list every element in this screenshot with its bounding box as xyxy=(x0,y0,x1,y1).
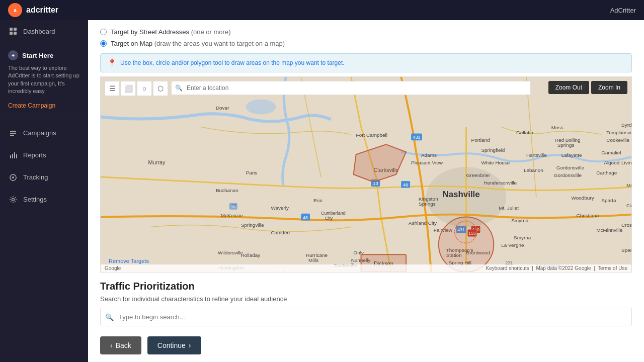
svg-rect-2 xyxy=(10,28,13,31)
svg-rect-3 xyxy=(14,28,17,31)
target-street-label: Target by Street Addresses (one or more) xyxy=(111,28,230,36)
svg-text:Ashland City: Ashland City xyxy=(409,220,437,226)
svg-text:Mills: Mills xyxy=(308,257,318,263)
svg-text:Portland: Portland xyxy=(471,137,490,143)
google-label: Google xyxy=(105,265,121,271)
svg-text:Springs: Springs xyxy=(419,201,436,207)
svg-text:Cookeville: Cookeville xyxy=(606,137,629,143)
svg-point-11 xyxy=(12,176,14,178)
svg-text:a: a xyxy=(14,8,17,13)
settings-label: Settings xyxy=(23,196,47,203)
sidebar-item-dashboard[interactable]: Dashboard xyxy=(0,20,88,42)
svg-text:Dover: Dover xyxy=(216,105,229,111)
target-street-radio[interactable] xyxy=(100,29,107,35)
tracking-label: Tracking xyxy=(23,173,48,181)
svg-text:Lafayette: Lafayette xyxy=(561,152,582,158)
svg-text:Pleasant View: Pleasant View xyxy=(411,160,443,165)
back-label: Back xyxy=(116,341,131,349)
dashboard-icon xyxy=(8,26,18,36)
svg-text:Fort Campbell: Fort Campbell xyxy=(356,132,387,138)
map-tool-box[interactable]: ⬜ xyxy=(121,81,136,96)
target-option-map: Target on Map (draw the areas you want t… xyxy=(100,40,632,47)
svg-text:McKenzie: McKenzie xyxy=(221,213,243,218)
svg-text:Gordonsville: Gordonsville xyxy=(556,165,585,170)
target-nashville xyxy=(439,217,494,272)
svg-text:Springfield: Springfield xyxy=(481,147,505,153)
target-options: Target by Street Addresses (one or more)… xyxy=(100,28,632,47)
svg-point-16 xyxy=(12,198,15,201)
svg-text:Carthage: Carthage xyxy=(596,170,617,175)
svg-text:Woodbury: Woodbury xyxy=(572,195,594,201)
svg-text:White House: White House xyxy=(481,160,510,165)
map-tool-menu[interactable]: ☰ xyxy=(105,81,120,96)
svg-text:Clark: Clark xyxy=(626,203,631,208)
map-container[interactable]: Murray Paris Erin Cumberland City Clarks… xyxy=(100,76,632,273)
user-label: AdCritter xyxy=(610,7,636,14)
svg-text:Gordonsville: Gordonsville xyxy=(554,172,582,178)
target-map-radio[interactable] xyxy=(100,40,107,47)
map-background: Murray Paris Erin Cumberland City Clarks… xyxy=(101,77,631,272)
back-button[interactable]: ‹ Back xyxy=(100,336,141,354)
svg-text:Camden: Camden xyxy=(271,230,290,235)
tracking-icon xyxy=(8,172,18,183)
sidebar-nav: Campaigns Reports xyxy=(0,118,88,215)
svg-text:Crossville: Crossville xyxy=(621,223,631,228)
svg-text:Moss: Moss xyxy=(551,125,564,130)
map-zoom-buttons: Zoom Out Zoom In xyxy=(548,81,627,94)
svg-text:48: 48 xyxy=(403,183,408,188)
traffic-search-input[interactable] xyxy=(100,308,632,326)
svg-text:Livingston: Livingston xyxy=(621,160,631,165)
target-map-label: Target on Map (draw the areas you want t… xyxy=(111,40,285,47)
svg-text:McMinnville: McMinnville xyxy=(596,227,622,233)
svg-text:48: 48 xyxy=(303,215,308,220)
sidebar-start-here: ✦ Start Here The best way to explore AdC… xyxy=(0,42,88,118)
svg-rect-7 xyxy=(12,154,13,158)
continue-button[interactable]: Continue › xyxy=(147,336,201,354)
continue-chevron-icon: › xyxy=(189,341,191,349)
sidebar-item-settings[interactable]: Settings xyxy=(0,189,88,211)
svg-text:Lebanon: Lebanon xyxy=(524,167,543,173)
svg-text:Mt. Juliet: Mt. Juliet xyxy=(499,205,519,211)
reports-label: Reports xyxy=(23,151,46,159)
svg-text:Buchanan: Buchanan xyxy=(216,188,238,193)
map-tool-polygon[interactable]: ⬡ xyxy=(153,81,168,96)
svg-text:Smyrna: Smyrna xyxy=(511,218,529,223)
svg-text:City: City xyxy=(325,216,333,221)
settings-icon xyxy=(8,195,18,205)
logo-text: adcritter xyxy=(26,6,58,15)
svg-text:Sparta: Sparta xyxy=(601,198,616,203)
action-buttons: ‹ Back Continue › xyxy=(100,336,632,354)
sidebar-item-reports[interactable]: Reports xyxy=(0,144,88,166)
svg-text:Springville: Springville xyxy=(241,223,264,228)
main-content: Target by Street Addresses (one or more)… xyxy=(88,20,644,362)
svg-text:Murray: Murray xyxy=(148,159,166,165)
svg-text:Cumberland: Cumberland xyxy=(321,211,346,216)
zoom-in-button[interactable]: Zoom In xyxy=(591,81,627,94)
zoom-out-button[interactable]: Zoom Out xyxy=(548,81,589,94)
svg-text:Springs: Springs xyxy=(557,142,575,148)
sidebar-item-campaigns[interactable]: Campaigns xyxy=(0,122,88,144)
terms-of-use[interactable]: Terms of Use xyxy=(598,265,627,271)
svg-text:Christiana: Christiana xyxy=(577,213,599,218)
svg-text:Erin: Erin xyxy=(313,198,323,203)
map-tool-circle[interactable]: ○ xyxy=(137,81,152,96)
info-text: Use the box, circle and/or polygon tool … xyxy=(120,59,345,66)
svg-text:Wildersville: Wildersville xyxy=(218,250,244,255)
back-chevron-icon: ‹ xyxy=(110,341,113,349)
svg-text:Hartsville: Hartsville xyxy=(526,152,547,158)
map-data: Map data ©2022 Google xyxy=(536,265,591,271)
svg-text:Gamaliel: Gamaliel xyxy=(601,150,621,155)
traffic-search-box: 🔍 xyxy=(100,308,632,326)
svg-rect-8 xyxy=(14,152,15,158)
map-search-input[interactable] xyxy=(171,81,531,95)
sidebar-item-tracking[interactable]: Tracking xyxy=(0,166,88,189)
campaigns-icon xyxy=(8,128,18,138)
svg-rect-5 xyxy=(14,32,17,35)
traffic-section-desc: Search for individual characteristics to… xyxy=(100,295,632,303)
svg-text:79: 79 xyxy=(231,205,235,209)
keyboard-shortcuts[interactable]: Keyboard shortcuts xyxy=(486,265,529,271)
svg-text:Spencer: Spencer xyxy=(621,247,631,253)
continue-label: Continue xyxy=(157,341,186,349)
create-campaign-link[interactable]: Create Campaign xyxy=(8,102,55,109)
remove-targets-link[interactable]: Remove Targets xyxy=(109,258,149,264)
